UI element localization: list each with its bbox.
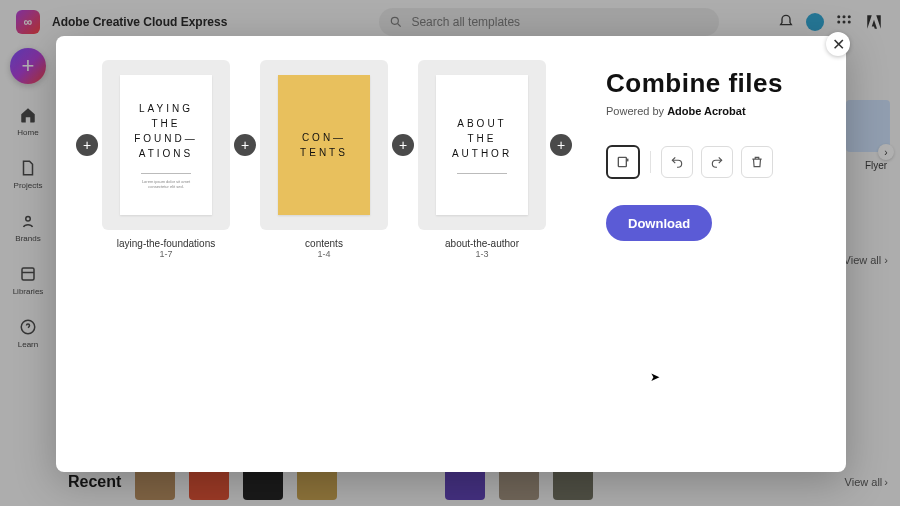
svg-rect-12 bbox=[618, 157, 626, 166]
redo-button[interactable] bbox=[701, 146, 733, 178]
insert-between-button[interactable]: + bbox=[392, 134, 414, 156]
redo-icon bbox=[710, 155, 724, 169]
file-page-range: 1-7 bbox=[159, 249, 172, 259]
delete-button[interactable] bbox=[741, 146, 773, 178]
file-name: about-the-author bbox=[445, 238, 519, 249]
powered-by: Powered by Adobe Acrobat bbox=[606, 105, 818, 117]
modal-title: Combine files bbox=[606, 68, 818, 99]
insert-between-button[interactable]: + bbox=[234, 134, 256, 156]
toolbar-separator bbox=[650, 151, 651, 173]
combine-files-modal: ✕ + LAYINGTHEFOUND—ATIONS Lorem ipsum do… bbox=[56, 36, 846, 472]
insert-after-button[interactable]: + bbox=[550, 134, 572, 156]
file-list: + LAYINGTHEFOUND—ATIONS Lorem ipsum dolo… bbox=[56, 36, 586, 472]
file-cover-text: CON—TENTS bbox=[300, 130, 348, 160]
toolbar bbox=[606, 145, 818, 179]
file-cover-text: LAYINGTHEFOUND—ATIONS bbox=[134, 101, 198, 161]
file-item[interactable]: ABOUTTHEAUTHOR about-the-author 1-3 bbox=[418, 60, 546, 448]
rotate-icon bbox=[615, 154, 631, 170]
close-button[interactable]: ✕ bbox=[826, 32, 850, 56]
file-cover-text: ABOUTTHEAUTHOR bbox=[452, 116, 512, 161]
file-name: laying-the-foundations bbox=[117, 238, 215, 249]
file-name: contents bbox=[305, 238, 343, 249]
rotate-button[interactable] bbox=[606, 145, 640, 179]
file-page-range: 1-4 bbox=[317, 249, 330, 259]
undo-button[interactable] bbox=[661, 146, 693, 178]
undo-icon bbox=[670, 155, 684, 169]
trash-icon bbox=[750, 155, 764, 169]
file-item[interactable]: CON—TENTS contents 1-4 bbox=[260, 60, 388, 448]
close-icon: ✕ bbox=[832, 35, 845, 54]
download-button[interactable]: Download bbox=[606, 205, 712, 241]
modal-sidebar: Combine files Powered by Adobe Acrobat bbox=[586, 36, 846, 472]
file-page-range: 1-3 bbox=[475, 249, 488, 259]
file-item[interactable]: LAYINGTHEFOUND—ATIONS Lorem ipsum dolor … bbox=[102, 60, 230, 448]
app-root: ∞ Adobe Creative Cloud Express Search al… bbox=[0, 0, 900, 506]
insert-before-button[interactable]: + bbox=[76, 134, 98, 156]
